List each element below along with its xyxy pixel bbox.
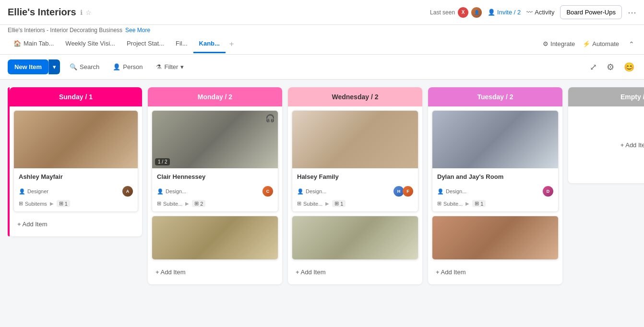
headphone-icon: 🎧 [265,114,275,123]
avatar-x: X [458,7,468,18]
tabs-bar: 🏠 Main Tab... Weekly Site Visi... Projec… [0,34,644,55]
toolbar: New Item ▾ 🔍 Search 👤 Person ⚗ Filter ▾ … [0,55,644,80]
person-button[interactable]: 👤 Person [109,60,146,73]
top-header: Ellie's Interiors ℹ ☆ Last seen X 👤 👤 In… [0,0,644,25]
tab-fil[interactable]: Fil... [170,35,193,53]
avatar-clair: C [262,186,273,197]
home-icon: 🏠 [13,40,21,47]
filter-icon: ⚗ [156,63,162,70]
column-tuesday: Tuesday / 2 Dylan and Jay's Room 👤 Desig… [428,87,562,284]
card-dylan-title: Dylan and Jay's Room [437,173,553,180]
column-wednesday-body: Halsey Family 👤 Design... H F [288,106,422,284]
tab-project[interactable]: Project Stat... [121,35,170,53]
person-row-icon: 👤 [19,188,25,195]
tabs-right: ⚙ Integrate ⚡ Automate ⌃ [543,38,636,50]
new-item-button[interactable]: New Item [8,59,48,74]
column-empty-body: + Add Item [568,106,644,183]
card-dylan-body: Dylan and Jay's Room 👤 Design... D [432,168,558,211]
new-item-wrap: New Item ▾ [8,59,60,74]
subitem-count-ashley: ⊞ 1 [57,200,70,207]
card-halsey: Halsey Family 👤 Design... H F [292,110,418,212]
card-ashley-designer-value: A [122,186,133,197]
star-icon[interactable]: ☆ [85,9,92,16]
person-filter-icon: 👤 [113,63,120,70]
card-ashley-subitems-row: ⊞ Subitems ▶ ⊞ 1 [19,199,133,209]
activity-icon: 〰 [526,9,533,16]
tab-main[interactable]: 🏠 Main Tab... [8,35,60,53]
avatar-halsey2: F [403,186,413,197]
add-item-wednesday[interactable]: + Add Item [292,264,418,280]
new-item-dropdown[interactable]: ▾ [48,59,60,74]
card-monday-second-image [152,216,278,259]
automate-icon: ⚡ [583,40,590,47]
search-icon: 🔍 [70,63,77,70]
card-clair-subitems-row: ⊞ Subite... ▶ ⊞ 2 [157,199,273,209]
card-dylan-subitems-row: ⊞ Subite... ▶ ⊞ 1 [437,199,553,209]
add-item-monday[interactable]: + Add Item [152,264,278,280]
column-sunday: Sunday / 1 Ashley Mayfair 👤 Designer [8,87,142,236]
card-tuesday-second [432,216,559,260]
new-item-label: New Item [14,63,42,70]
settings-button[interactable]: ⚙ [605,60,616,74]
board-power-button[interactable]: Board Power-Ups [560,5,622,19]
card-halsey-designer-row: 👤 Design... H F [297,184,413,199]
card-ashley-body: Ashley Mayfair 👤 Designer A [14,168,138,211]
info-icon[interactable]: ℹ [80,9,83,16]
invite-button[interactable]: 👤 Invite / 2 [488,9,521,16]
column-monday-header: Monday / 2 [148,87,282,106]
integrate-icon: ⚙ [543,40,549,47]
automate-action[interactable]: ⚡ Automate [583,40,619,47]
subitem-count-dylan: ⊞ 1 [472,200,486,207]
column-monday-body: 1 / 2 🎧 Clair Hennessey 👤 Design... C [148,106,282,284]
card-halsey-title: Halsey Family [297,173,413,180]
tab-weekly[interactable]: Weekly Site Visi... [60,35,121,53]
subitem-count-clair: ⊞ 2 [192,200,205,207]
subitem-icon2: ⊞ [157,200,161,207]
search-button[interactable]: 🔍 Search [66,60,103,73]
card-clair-title: Clair Hennessey [157,173,273,180]
card-clair-body: Clair Hennessey 👤 Design... C [152,168,278,211]
add-item-empty[interactable]: + Add Item [617,138,644,152]
board-title: Ellie's Interiors [8,7,76,18]
integrate-action[interactable]: ⚙ Integrate [543,40,575,47]
header-right: Last seen X 👤 👤 Invite / 2 〰 Activity Bo… [430,5,636,19]
card-dylan-designer-row: 👤 Design... D [437,184,553,199]
column-wednesday: Wednesday / 2 Halsey Family 👤 Design... [288,87,422,284]
card-clair-designer-row: 👤 Design... C [157,184,273,199]
column-sunday-body: Ashley Mayfair 👤 Designer A [10,106,142,236]
tab-kanb[interactable]: Kanb... [193,35,226,53]
activity-button[interactable]: 〰 Activity [526,9,554,16]
see-more-link[interactable]: See More [125,27,150,34]
subtitle-bar: Ellie's Interiors - Interior Decorating … [0,25,644,34]
card-halsey-body: Halsey Family 👤 Design... H F [292,168,418,211]
person-row-icon2: 👤 [157,188,164,195]
filter-button[interactable]: ⚗ Filter ▾ [152,60,188,73]
more-options-button[interactable]: ⋯ [628,7,636,18]
card-monday-second [152,216,278,260]
activity-label: Activity [535,9,554,16]
avatar-dylan: D [543,186,553,197]
person-row-icon3: 👤 [297,188,304,195]
subtitle-text: Ellie's Interiors - Interior Decorating … [8,27,122,34]
column-wednesday-header: Wednesday / 2 [288,87,422,106]
card-clair-badge: 1 / 2 [155,158,170,165]
kanban-board: Sunday / 1 Ashley Mayfair 👤 Designer [0,80,644,324]
add-item-tuesday[interactable]: + Add Item [432,264,559,280]
avatar-ashley: A [122,186,133,197]
invite-label: Invite / 2 [497,9,521,16]
emoji-button[interactable]: 😊 [622,60,636,74]
card-halsey-image [292,111,418,168]
add-tab-button[interactable]: + [226,35,238,53]
column-sunday-header: Sunday / 1 [10,87,142,106]
add-item-sunday[interactable]: + Add Item [13,216,138,233]
collapse-button[interactable]: ⌃ [627,38,636,50]
card-clair-image: 1 / 2 🎧 [152,111,278,168]
fullscreen-button[interactable]: ⤢ [588,60,599,74]
card-wednesday-second-image [292,216,418,259]
board-power-label: Board Power-Ups [566,9,616,16]
column-empty-header: Empty / 0 [568,87,644,106]
card-halsey-subitems-row: ⊞ Subite... ▶ ⊞ 1 [297,199,413,209]
card-dylan-image [432,111,558,168]
column-tuesday-header: Tuesday / 2 [428,87,562,106]
person-icon: 👤 [488,9,495,16]
